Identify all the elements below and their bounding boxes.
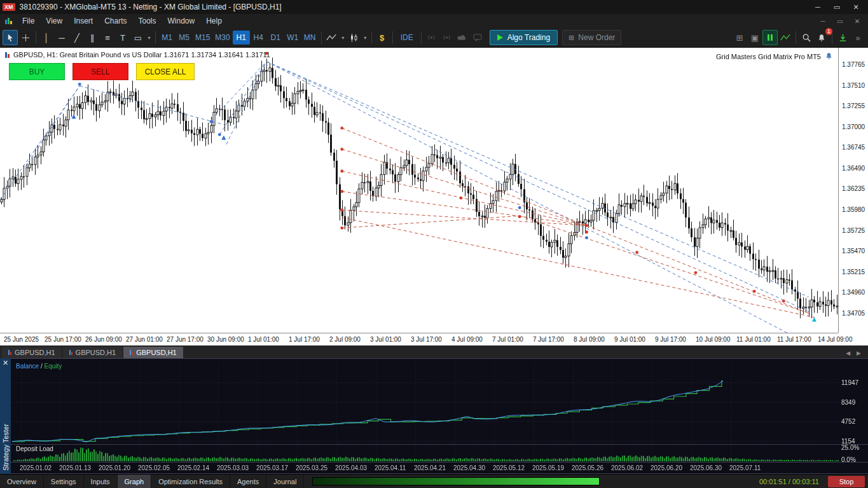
time-axis-label: 11 Jul 01:00	[736, 336, 771, 343]
timeframe-m1[interactable]: M1	[158, 31, 176, 45]
download-icon[interactable]	[835, 30, 850, 45]
market-watch-icon[interactable]	[424, 30, 439, 45]
notifications-icon[interactable]: 1	[814, 30, 829, 45]
price-axis-label: 1.36235	[842, 185, 865, 192]
ea-bell-icon[interactable]	[825, 52, 833, 62]
price-axis-label: 1.37510	[842, 82, 865, 89]
mdi-restore-icon[interactable]: ▭	[832, 18, 848, 25]
indicators-dropdown-icon[interactable]: ▾	[340, 30, 347, 45]
menu-charts[interactable]: Charts	[99, 15, 132, 27]
timeframe-h1[interactable]: H1	[233, 31, 250, 45]
time-axis-label: 3 Jul 01:00	[370, 336, 401, 343]
tester-date-label: 2025.06.20	[651, 464, 682, 471]
minimize-icon[interactable]: ─	[808, 1, 827, 13]
indicator-tools-group: ▾▾$	[319, 30, 396, 45]
cascade-windows-icon[interactable]: ▣	[747, 30, 762, 45]
price-axis-label: 1.35980	[842, 206, 865, 213]
vertical-line-icon[interactable]: │	[39, 30, 54, 45]
signal-icon[interactable]	[439, 30, 455, 45]
sell-button[interactable]: SELL	[72, 63, 128, 80]
tab-scroll-left-icon[interactable]: ◀	[846, 350, 850, 356]
currency-icon[interactable]: $	[375, 30, 390, 45]
mdi-close-icon[interactable]: ✕	[850, 18, 865, 25]
buy-button[interactable]: BUY	[9, 63, 65, 80]
stop-button[interactable]: Stop	[828, 476, 865, 487]
time-axis-label: 1 Jul 17:00	[289, 336, 320, 343]
deposit-load-label: Deposit Load	[16, 445, 53, 452]
time-axis-label: 27 Jun 01:00	[126, 336, 163, 343]
chart-tab-1[interactable]: GBPUSD,H1	[63, 347, 123, 358]
tile-windows-icon[interactable]: ⊞	[732, 30, 747, 45]
time-axis-label: 7 Jul 17:00	[533, 336, 564, 343]
chart-type-icon[interactable]	[347, 30, 362, 45]
text-icon[interactable]: T	[115, 30, 130, 45]
timeframe-m15[interactable]: M15	[193, 31, 212, 45]
chart-tab-icon	[69, 350, 72, 355]
crosshair-icon[interactable]	[18, 30, 33, 45]
ide-button[interactable]: IDE	[396, 33, 418, 42]
chart-tab-2[interactable]: GBPUSD,H1	[123, 347, 183, 358]
menu-file[interactable]: File	[17, 15, 40, 27]
chart-tab-label: GBPUSD,H1	[15, 349, 55, 356]
cloud-icon[interactable]	[455, 30, 470, 45]
close-icon[interactable]: ✕	[846, 1, 865, 13]
timeframe-m30[interactable]: M30	[212, 31, 232, 45]
timeframe-w1[interactable]: W1	[284, 31, 301, 45]
menu-tools[interactable]: Tools	[133, 15, 162, 27]
equidistant-channel-icon[interactable]: ∥	[85, 30, 100, 45]
tester-close-icon[interactable]: ✕	[0, 359, 11, 367]
bottom-tab-overview[interactable]: Overview	[0, 475, 44, 488]
timeframe-d1[interactable]: D1	[267, 31, 284, 45]
bottom-tab-settings[interactable]: Settings	[44, 475, 84, 488]
menu-help[interactable]: Help	[200, 15, 228, 27]
time-axis-label: 4 Jul 09:00	[451, 336, 483, 343]
tester-pause-icon[interactable]	[762, 30, 778, 45]
horizontal-line-icon[interactable]: ─	[54, 30, 69, 45]
tester-date-label: 2025.02.05	[138, 464, 170, 471]
new-order-icon: ⊞	[568, 34, 574, 42]
search-icon[interactable]	[799, 30, 814, 45]
fibonacci-icon[interactable]: ≡	[100, 30, 115, 45]
cursor-icon[interactable]	[3, 30, 18, 45]
bottom-tab-journal[interactable]: Journal	[266, 475, 304, 488]
timeframes-group: M1M5M15M30H1H4D1W1MN	[158, 31, 319, 45]
menu-view[interactable]: View	[40, 15, 68, 27]
new-order-button[interactable]: ⊞ New Order	[562, 30, 621, 45]
test-progress-bar	[312, 477, 600, 485]
strategy-tester-panel: ✕ Strategy Tester Balance / Equity Depos…	[0, 358, 868, 474]
notification-badge: 1	[825, 28, 832, 35]
zigzag-green-icon[interactable]	[778, 30, 793, 45]
mdi-minimize-icon[interactable]: ─	[815, 18, 830, 25]
maximize-icon[interactable]: ▭	[827, 1, 846, 13]
time-axis-label: 1 Jul 01:00	[248, 336, 279, 343]
chart-tab-icon	[130, 350, 133, 355]
price-axis[interactable]: 1.377651.375101.372551.370001.367451.364…	[838, 48, 868, 333]
time-axis[interactable]: 25 Jun 202525 Jun 17:0026 Jun 09:0027 Ju…	[0, 333, 838, 345]
objects-dropdown-icon[interactable]: ▾	[146, 30, 153, 45]
bottom-tab-inputs[interactable]: Inputs	[84, 475, 118, 488]
price-chart-canvas[interactable]	[0, 48, 838, 333]
tester-panel-title: Strategy Tester	[2, 424, 10, 471]
chart-tab-0[interactable]: GBPUSD,H1	[2, 347, 62, 358]
chat-icon[interactable]	[470, 30, 485, 45]
shapes-icon[interactable]: ▭	[130, 30, 146, 45]
timeframe-mn[interactable]: MN	[301, 31, 319, 45]
timeframe-m5[interactable]: M5	[176, 31, 193, 45]
indicators-icon[interactable]	[324, 30, 340, 45]
tester-graph-canvas[interactable]	[11, 359, 868, 473]
chart-forward-icon[interactable]: »	[850, 30, 865, 45]
algo-trading-button[interactable]: Algo Trading	[490, 30, 558, 45]
trendline-icon[interactable]: ╱	[69, 30, 85, 45]
bottom-tab-optimization-results[interactable]: Optimization Results	[151, 475, 230, 488]
tester-date-label: 2025.01.13	[59, 464, 91, 471]
close-all-button[interactable]: CLOSE ALL	[136, 63, 195, 80]
menu-insert[interactable]: Insert	[68, 15, 99, 27]
tester-date-label: 2025.04.03	[335, 464, 367, 471]
tab-scroll-right-icon[interactable]: ▶	[857, 350, 861, 356]
bottom-tab-graph[interactable]: Graph	[118, 475, 152, 488]
chart-type-dropdown-icon[interactable]: ▾	[362, 30, 369, 45]
bottom-tab-agents[interactable]: Agents	[230, 475, 266, 488]
timeframe-h4[interactable]: H4	[250, 31, 267, 45]
time-axis-label: 3 Jul 17:00	[411, 336, 442, 343]
menu-window[interactable]: Window	[162, 15, 201, 27]
